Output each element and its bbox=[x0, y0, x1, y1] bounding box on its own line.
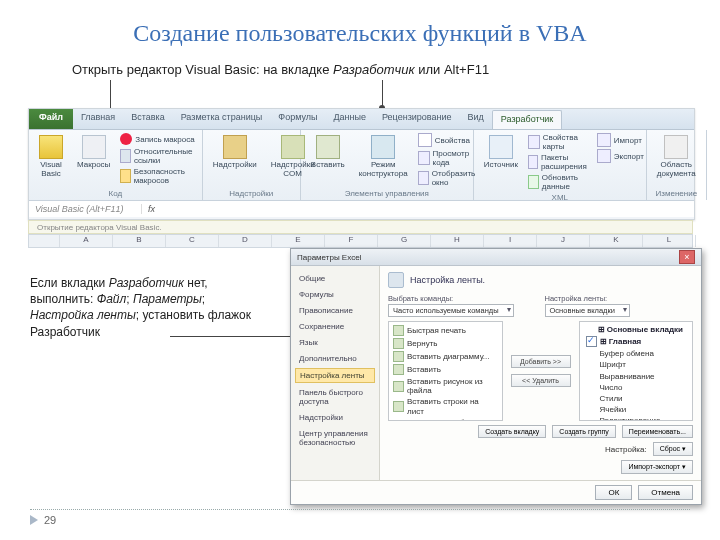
btn-rename[interactable]: Переименовать... bbox=[622, 425, 693, 438]
btn-import[interactable]: Импорт bbox=[597, 133, 644, 147]
checkbox[interactable] bbox=[586, 336, 597, 347]
body-paragraph: Если вкладки Разработчик нет, выполнить:… bbox=[30, 275, 265, 340]
xml-source-icon bbox=[489, 135, 513, 159]
showwin-icon bbox=[418, 171, 429, 185]
sidebar-item[interactable]: Сохранение bbox=[295, 320, 375, 333]
subtitle: Открыть редактор Visual Basic: на вкладк… bbox=[72, 62, 489, 77]
btn-refresh[interactable]: Обновить данные bbox=[528, 173, 591, 191]
sidebar-item[interactable]: Дополнительно bbox=[295, 352, 375, 365]
list-item[interactable]: Вернуть bbox=[391, 337, 500, 350]
btn-properties[interactable]: Свойства bbox=[418, 133, 479, 147]
list-item[interactable]: Вставить рисунок из файла bbox=[391, 376, 500, 396]
commands-listbox[interactable]: Быстрая печатьВернутьВставить диаграмму.… bbox=[388, 321, 503, 421]
btn-reset[interactable]: Сброс ▾ bbox=[653, 442, 693, 456]
group-code-caption: Код bbox=[35, 187, 196, 198]
tree-child[interactable]: Стили bbox=[582, 393, 691, 404]
tree-child[interactable]: Ячейки bbox=[582, 404, 691, 415]
btn-add[interactable]: Добавить >> bbox=[511, 355, 571, 368]
command-icon bbox=[393, 401, 404, 412]
group-controls-caption: Элементы управления bbox=[307, 187, 467, 198]
btn-ok[interactable]: ОК bbox=[595, 485, 632, 500]
sidebar-item[interactable]: Настройка ленты bbox=[295, 368, 375, 383]
btn-map-props[interactable]: Свойства карты bbox=[528, 133, 591, 151]
tab-view[interactable]: Вид bbox=[460, 109, 492, 129]
sidebar-item[interactable]: Язык bbox=[295, 336, 375, 349]
command-icon bbox=[393, 364, 404, 375]
tab-formulas[interactable]: Формулы bbox=[270, 109, 325, 129]
addins-icon bbox=[223, 135, 247, 159]
btn-view-code[interactable]: Просмотр кода bbox=[418, 149, 479, 167]
tree-child[interactable]: Редактирование bbox=[582, 415, 691, 421]
dialog-sidebar: ОбщиеФормулыПравописаниеСохранениеЯзыкДо… bbox=[291, 266, 380, 480]
tab-file[interactable]: Файл bbox=[29, 109, 73, 129]
dialog-title-text: Параметры Excel bbox=[297, 253, 361, 262]
add-remove-buttons: Добавить >> << Удалить bbox=[511, 355, 571, 387]
tab-pagelayout[interactable]: Разметка страницы bbox=[173, 109, 271, 129]
page-footer: 29 bbox=[30, 509, 690, 526]
list-item[interactable]: Вставить bbox=[391, 363, 500, 376]
btn-record-macro[interactable]: Запись макроса bbox=[120, 133, 195, 145]
sidebar-item[interactable]: Надстройки bbox=[295, 411, 375, 424]
btn-doc-area[interactable]: Область документа bbox=[653, 133, 700, 181]
btn-design-mode[interactable]: Режим конструктора bbox=[355, 133, 412, 181]
btn-new-group[interactable]: Создать группу bbox=[552, 425, 616, 438]
tab-data[interactable]: Данные bbox=[325, 109, 374, 129]
btn-macro-security[interactable]: Безопасность макросов bbox=[120, 167, 195, 185]
subtitle-em: Разработчик bbox=[333, 62, 415, 77]
tree-child[interactable]: Число bbox=[582, 382, 691, 393]
btn-macros[interactable]: Макросы bbox=[73, 133, 114, 172]
tree-node[interactable]: ⊞ Главная bbox=[582, 335, 691, 348]
close-icon[interactable]: × bbox=[679, 250, 695, 264]
dialog-titlebar: Параметры Excel × bbox=[291, 249, 701, 266]
list-item[interactable]: Вставить строки на лист bbox=[391, 396, 500, 416]
list-item[interactable]: Вставить диаграмму... bbox=[391, 350, 500, 363]
sidebar-item[interactable]: Общие bbox=[295, 272, 375, 285]
props-icon bbox=[418, 133, 432, 147]
tree-child[interactable]: Буфер обмена bbox=[582, 348, 691, 359]
reset-label: Настройка: bbox=[605, 445, 647, 454]
group-modify-caption: Изменение bbox=[653, 187, 700, 198]
command-icon bbox=[393, 325, 404, 336]
btn-source[interactable]: Источник bbox=[480, 133, 522, 172]
right-combo[interactable]: Основные вкладки bbox=[545, 304, 630, 317]
btn-cancel[interactable]: Отмена bbox=[638, 485, 693, 500]
tab-review[interactable]: Рецензирование bbox=[374, 109, 460, 129]
tab-developer[interactable]: Разработчик bbox=[492, 110, 562, 129]
sidebar-item[interactable]: Правописание bbox=[295, 304, 375, 317]
btn-remove[interactable]: << Удалить bbox=[511, 374, 571, 387]
ribbon-body: Visual Basic Макросы Запись макроса Отно… bbox=[29, 130, 694, 200]
sidebar-item[interactable]: Панель быстрого доступа bbox=[295, 386, 375, 408]
btn-relative-refs[interactable]: Относительные ссылки bbox=[120, 147, 195, 165]
insert-ctrl-icon bbox=[316, 135, 340, 159]
command-icon bbox=[393, 338, 404, 349]
btn-addins[interactable]: Надстройки bbox=[209, 133, 261, 172]
formula-bar: Visual Basic (Alt+F11) fx bbox=[29, 200, 694, 217]
shield-icon bbox=[120, 169, 130, 183]
list-item[interactable]: Вставить столбцы на лист bbox=[391, 417, 500, 421]
btn-insert-ctrl[interactable]: Вставить bbox=[307, 133, 349, 172]
tab-insert[interactable]: Вставка bbox=[123, 109, 172, 129]
btn-import-export[interactable]: Импорт-экспорт ▾ bbox=[621, 460, 693, 474]
viewcode-icon bbox=[418, 151, 430, 165]
tree-child[interactable]: Шрифт bbox=[582, 359, 691, 370]
btn-show-window[interactable]: Отобразить окно bbox=[418, 169, 479, 187]
list-item[interactable]: Быстрая печать bbox=[391, 324, 500, 337]
btn-export[interactable]: Экспорт bbox=[597, 149, 644, 163]
tree-node[interactable]: ⊞ Основные вкладки bbox=[582, 324, 691, 335]
design-icon bbox=[371, 135, 395, 159]
btn-visual-basic[interactable]: Visual Basic bbox=[35, 133, 67, 181]
callout-line-3 bbox=[170, 336, 295, 337]
btn-new-tab[interactable]: Создать вкладку bbox=[478, 425, 546, 438]
btn-expansion[interactable]: Пакеты расширения bbox=[528, 153, 591, 171]
group-addins-caption: Надстройки bbox=[209, 187, 294, 198]
ribbon-tree[interactable]: ⊞ Основные вкладки⊞ ГлавнаяБуфер обменаШ… bbox=[579, 321, 694, 421]
relref-icon bbox=[120, 149, 131, 163]
column-headers: ABCDEFGHIJKL bbox=[28, 234, 693, 248]
sidebar-item[interactable]: Формулы bbox=[295, 288, 375, 301]
left-combo[interactable]: Часто используемые команды bbox=[388, 304, 514, 317]
sidebar-item[interactable]: Центр управления безопасностью bbox=[295, 427, 375, 449]
gear-icon bbox=[388, 272, 404, 288]
tab-home[interactable]: Главная bbox=[73, 109, 123, 129]
tree-child[interactable]: Выравнивание bbox=[582, 371, 691, 382]
name-box[interactable]: Visual Basic (Alt+F11) bbox=[29, 204, 142, 214]
